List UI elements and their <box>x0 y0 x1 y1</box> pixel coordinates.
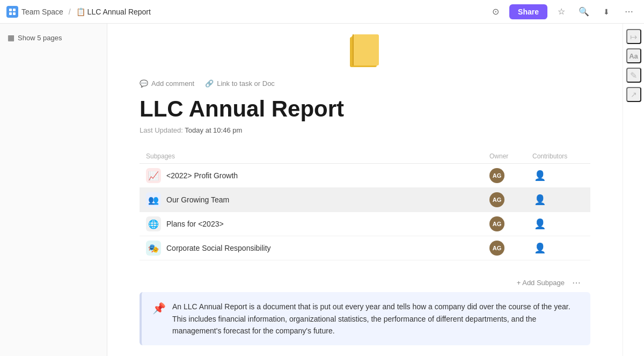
show-pages-button[interactable]: ▦ Show 5 pages <box>0 30 107 45</box>
subpage-name-cell: 📈 <2022> Profit Growth <box>140 164 483 188</box>
left-sidebar: ▦ Show 5 pages <box>0 24 107 356</box>
subpage-name: <2022> Profit Growth <box>166 171 238 180</box>
star-icon: ☆ <box>558 6 565 17</box>
last-updated: Last Updated: Today at 10:46 pm <box>140 126 590 134</box>
download-button[interactable]: ⬇ <box>598 3 615 20</box>
show-pages-label: Show 5 pages <box>18 34 62 42</box>
svg-rect-2 <box>9 12 12 15</box>
comment-icon: 💬 <box>140 79 148 88</box>
contributor-icon: 👤 <box>532 192 547 207</box>
right-sidebar: ↦ Aa ✎ ↗ <box>623 24 644 356</box>
owner-avatar: AG <box>489 241 504 256</box>
callout-text: An LLC Annual Report is a document that … <box>172 301 580 337</box>
content-area: 💬 Add comment 🔗 Link to task or Doc LLC … <box>107 24 623 356</box>
add-subpage-row: + Add Subpage ⋯ <box>140 273 590 292</box>
svg-rect-0 <box>9 9 12 11</box>
callout-block: 📌 An LLC Annual Report is a document tha… <box>140 292 590 345</box>
subpage-owner-cell: AG <box>483 164 526 188</box>
callout-emoji: 📌 <box>152 302 166 315</box>
owner-avatar: AG <box>489 216 504 231</box>
col-owner: Owner <box>483 149 526 164</box>
breadcrumb: Team Space / 📋 LLC Annual Report <box>6 6 151 18</box>
font-settings-button[interactable]: Aa <box>626 48 641 63</box>
share-button[interactable]: Share <box>509 4 547 19</box>
col-contributors: Contributors <box>526 149 590 164</box>
add-subpage-label: + Add Subpage <box>517 279 565 287</box>
subpage-icon: 🎭 <box>146 241 161 256</box>
topbar: Team Space / 📋 LLC Annual Report ⊙ Share… <box>0 0 644 24</box>
svg-rect-3 <box>13 12 16 15</box>
pages-icon: ▦ <box>8 33 14 42</box>
subpage-name-cell: 👥 Our Growing Team <box>140 188 483 212</box>
col-subpages: Subpages <box>140 149 483 164</box>
collapse-right-icon: ↦ <box>630 32 637 42</box>
subpage-contributors-cell: 👤 <box>526 164 590 188</box>
export-icon: ↗ <box>631 90 637 99</box>
team-space-label[interactable]: Team Space <box>21 8 63 16</box>
search-button[interactable]: 🔍 <box>575 3 592 20</box>
contributor-icon: 👤 <box>532 216 547 231</box>
search-icon: 🔍 <box>579 6 589 17</box>
subpage-owner-cell: AG <box>483 188 526 212</box>
doc-toolbar: 💬 Add comment 🔗 Link to task or Doc <box>140 77 590 90</box>
breadcrumb-doc-name[interactable]: 📋 LLC Annual Report <box>76 8 151 16</box>
owner-avatar: AG <box>489 192 504 207</box>
contributor-icon: 👤 <box>532 168 547 183</box>
contributor-icon: 👤 <box>532 241 547 256</box>
link-task-button[interactable]: 🔗 Link to task or Doc <box>205 77 275 90</box>
font-icon: Aa <box>629 52 638 60</box>
subpage-name: Our Growing Team <box>166 195 229 204</box>
subpage-icon: 👥 <box>146 192 161 207</box>
table-row[interactable]: 🎭 Corporate Social Responsibility AG👤 <box>140 236 590 260</box>
more-options-button[interactable]: ⋯ <box>620 3 638 20</box>
edit-button[interactable]: ✎ <box>626 68 641 83</box>
hide-icon-button[interactable]: ⊙ <box>487 3 504 20</box>
subpage-owner-cell: AG <box>483 212 526 236</box>
svg-rect-6 <box>353 34 379 66</box>
edit-icon: ✎ <box>630 70 637 81</box>
last-updated-value: Today at 10:46 pm <box>185 126 242 134</box>
download-icon: ⬇ <box>603 8 610 16</box>
link-task-label: Link to task or Doc <box>217 79 275 88</box>
hide-icon: ⊙ <box>492 6 499 17</box>
subpage-name: Corporate Social Responsibility <box>166 244 271 252</box>
document-title: LLC Annual Report <box>140 96 590 122</box>
subpage-contributors-cell: 👤 <box>526 188 590 212</box>
main-layout: ▦ Show 5 pages 💬 Add comment 🔗 Link to <box>0 24 644 356</box>
subpage-owner-cell: AG <box>483 236 526 260</box>
table-row[interactable]: 📈 <2022> Profit Growth AG👤 <box>140 164 590 188</box>
subpage-name-cell: 🌐 Plans for <2023> <box>140 212 483 236</box>
link-icon: 🔗 <box>205 79 214 88</box>
subpage-icon: 📈 <box>146 168 161 183</box>
last-updated-label: Last Updated: <box>140 126 183 134</box>
table-row[interactable]: 👥 Our Growing Team AG👤 <box>140 188 590 212</box>
subpage-contributors-cell: 👤 <box>526 236 590 260</box>
svg-rect-1 <box>13 9 16 11</box>
subpage-contributors-cell: 👤 <box>526 212 590 236</box>
team-space-icon <box>6 6 18 18</box>
export-button[interactable]: ↗ <box>626 87 641 102</box>
add-comment-label: Add comment <box>151 79 194 88</box>
subpage-name-cell: 🎭 Corporate Social Responsibility <box>140 236 483 260</box>
topbar-actions: ⊙ Share ☆ 🔍 ⬇ ⋯ <box>487 3 638 20</box>
star-button[interactable]: ☆ <box>553 3 570 20</box>
subpage-name: Plans for <2023> <box>166 220 224 228</box>
owner-avatar: AG <box>489 168 504 183</box>
doc-icon-area <box>140 24 590 77</box>
add-subpage-button[interactable]: + Add Subpage <box>517 279 565 287</box>
more-icon: ⋯ <box>625 6 633 17</box>
collapse-right-button[interactable]: ↦ <box>626 29 641 44</box>
subpages-more-button[interactable]: ⋯ <box>569 277 584 289</box>
add-comment-button[interactable]: 💬 Add comment <box>140 77 194 90</box>
breadcrumb-separator: / <box>69 8 71 16</box>
document-icon <box>343 29 386 72</box>
subpages-table: Subpages Owner Contributors 📈 <2022> Pro… <box>140 149 590 260</box>
subpage-icon: 🌐 <box>146 216 161 231</box>
table-row[interactable]: 🌐 Plans for <2023> AG👤 <box>140 212 590 236</box>
